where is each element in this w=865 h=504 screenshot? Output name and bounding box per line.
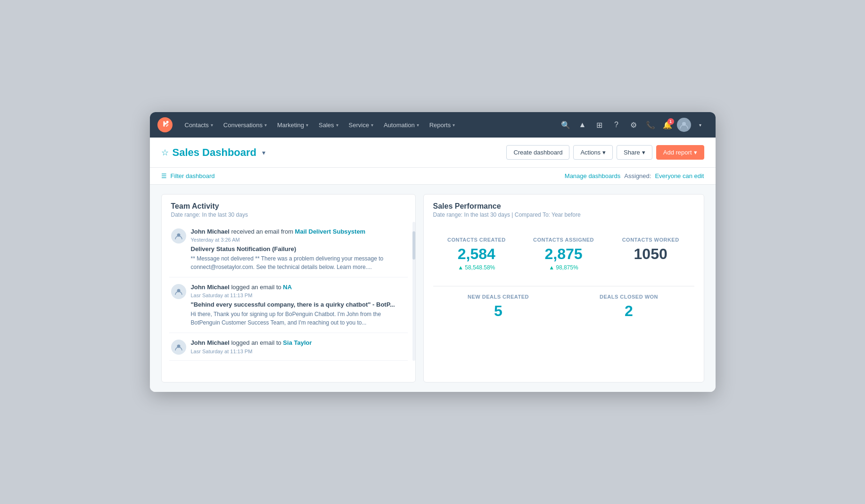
list-item: John Michael logged an email to NA Lasr … bbox=[169, 277, 408, 333]
hubspot-logo[interactable] bbox=[157, 117, 173, 132]
calls-button[interactable]: 📞 bbox=[643, 117, 658, 132]
metric-label: CONTACTS WORKED bbox=[613, 237, 689, 243]
browser-window: Contacts ▾ Conversations ▾ Marketing ▾ S… bbox=[150, 112, 716, 392]
nav-item-marketing[interactable]: Marketing ▾ bbox=[272, 119, 313, 131]
main-content: Team Activity Date range: In the last 30… bbox=[150, 185, 716, 392]
activity-user: John Michael bbox=[191, 339, 230, 346]
activity-time: Lasr Saturday at 11:13 PM bbox=[191, 293, 406, 298]
chevron-down-icon: ▾ bbox=[453, 122, 455, 128]
chevron-down-icon: ▾ bbox=[336, 122, 338, 128]
list-item: John Michael received an email from Mail… bbox=[169, 222, 408, 277]
team-activity-header: Team Activity Date range: In the last 30… bbox=[162, 195, 415, 222]
activity-from[interactable]: Mail Delivert Subsystem bbox=[295, 228, 366, 235]
metric-label: CONTACTS ASSIGNED bbox=[526, 237, 601, 243]
scrollbar-thumb[interactable] bbox=[412, 231, 415, 260]
nav-item-contacts[interactable]: Contacts ▾ bbox=[180, 119, 218, 131]
chevron-down-icon: ▾ bbox=[264, 122, 267, 128]
svg-point-1 bbox=[166, 121, 168, 123]
activity-list[interactable]: John Michael received an email from Mail… bbox=[162, 222, 415, 361]
metric-trend: ▲ 98,875% bbox=[526, 264, 601, 271]
add-report-button[interactable]: Add report ▾ bbox=[656, 145, 704, 160]
team-activity-title: Team Activity bbox=[171, 202, 406, 211]
team-activity-card: Team Activity Date range: In the last 30… bbox=[161, 194, 416, 382]
chevron-down-icon: ▾ bbox=[371, 122, 373, 128]
activity-body-text: Hi there, Thank you for signing up for B… bbox=[191, 310, 406, 327]
settings-button[interactable]: ⚙ bbox=[626, 117, 641, 132]
nav-item-automation[interactable]: Automation ▾ bbox=[379, 119, 424, 131]
metric-label: DEALS CLOSED WON bbox=[569, 294, 689, 300]
activity-body: John Michael logged an email to Sia Tayl… bbox=[191, 339, 406, 355]
dashboard-title: Sales Dashboard bbox=[173, 146, 257, 159]
metric-trend: ▲ 58,548.58% bbox=[439, 264, 515, 271]
sales-performance-date-range: Date range: In the last 30 days | Compar… bbox=[433, 211, 694, 218]
trend-up-icon: ▲ bbox=[458, 264, 463, 271]
metric-value: 2,875 bbox=[526, 246, 601, 261]
user-avatar[interactable] bbox=[677, 118, 691, 132]
nav-item-conversations[interactable]: Conversations ▾ bbox=[219, 119, 272, 131]
nav-items: Contacts ▾ Conversations ▾ Marketing ▾ S… bbox=[180, 119, 556, 131]
chevron-down-icon: ▾ bbox=[417, 122, 419, 128]
activity-to[interactable]: Sia Taylor bbox=[283, 339, 312, 346]
sales-performance-title: Sales Performance bbox=[433, 202, 694, 211]
activity-time: Yesterday at 3:26 AM bbox=[191, 237, 406, 243]
chevron-down-icon: ▾ bbox=[602, 149, 606, 156]
scrollbar-track[interactable] bbox=[412, 222, 415, 361]
assigned-label: Assigned: bbox=[624, 172, 651, 179]
activity-user: John Michael bbox=[191, 284, 230, 291]
metric-deals-closed-won: DEALS CLOSED WON 2 bbox=[564, 286, 694, 326]
notification-count: 1 bbox=[667, 118, 674, 125]
dashboard-header: ☆ Sales Dashboard ▾ Create dashboard Act… bbox=[150, 138, 716, 168]
share-button[interactable]: Share ▾ bbox=[617, 145, 652, 160]
nav-item-reports[interactable]: Reports ▾ bbox=[425, 119, 460, 131]
team-activity-date-range: Date range: In the last 30 days bbox=[171, 211, 406, 218]
performance-metrics-bottom: NEW DEALS CREATED 5 DEALS CLOSED WON 2 bbox=[424, 286, 704, 333]
metric-label: CONTACTS CREATED bbox=[439, 237, 515, 243]
marketplace-button[interactable]: ⊞ bbox=[592, 117, 607, 132]
metric-value: 5 bbox=[439, 303, 558, 318]
filter-bar: ☰ Filter dashboard Manage dashboards Ass… bbox=[150, 168, 716, 185]
activity-subject: "Behind every successful company, there … bbox=[191, 301, 406, 308]
metric-contacts-created: CONTACTS CREATED 2,584 ▲ 58,548.58% bbox=[433, 229, 520, 278]
create-dashboard-button[interactable]: Create dashboard bbox=[506, 145, 569, 160]
sales-performance-header: Sales Performance Date range: In the las… bbox=[424, 195, 704, 222]
metric-new-deals-created: NEW DEALS CREATED 5 bbox=[433, 286, 564, 326]
chevron-down-icon: ▾ bbox=[642, 149, 645, 156]
dashboard-dropdown-button[interactable]: ▾ bbox=[262, 149, 265, 156]
metric-value: 2 bbox=[569, 303, 689, 318]
search-button[interactable]: 🔍 bbox=[558, 117, 573, 132]
metric-contacts-assigned: CONTACTS ASSIGNED 2,875 ▲ 98,875% bbox=[520, 229, 607, 278]
nav-item-service[interactable]: Service ▾ bbox=[344, 119, 378, 131]
metric-value: 2,584 bbox=[439, 246, 515, 261]
upgrade-button[interactable]: ▲ bbox=[575, 117, 590, 132]
manage-dashboards-link[interactable]: Manage dashboards bbox=[565, 172, 621, 179]
nav-item-sales[interactable]: Sales ▾ bbox=[314, 119, 343, 131]
dashboard-action-buttons: Create dashboard Actions ▾ Share ▾ Add r… bbox=[506, 145, 704, 160]
trend-up-icon: ▲ bbox=[549, 264, 554, 271]
avatar bbox=[171, 284, 186, 299]
help-button[interactable]: ? bbox=[609, 117, 624, 132]
dashboard-title-area: ☆ Sales Dashboard ▾ bbox=[161, 146, 266, 159]
activity-body-text: ** Message not delivered ** There was a … bbox=[191, 254, 406, 271]
sales-performance-card: Sales Performance Date range: In the las… bbox=[423, 194, 704, 382]
avatar bbox=[171, 228, 186, 244]
metric-contacts-worked: CONTACTS WORKED 1050 bbox=[607, 229, 694, 278]
activity-to[interactable]: NA bbox=[283, 284, 292, 291]
activity-body: John Michael received an email from Mail… bbox=[191, 228, 406, 271]
activity-subject: Delivery Status Notification (Failure) bbox=[191, 245, 406, 252]
filter-right-area: Manage dashboards Assigned: Everyone can… bbox=[565, 172, 704, 179]
favorite-star-icon[interactable]: ☆ bbox=[161, 147, 169, 158]
chevron-down-icon: ▾ bbox=[211, 122, 213, 128]
account-chevron[interactable]: ▾ bbox=[693, 117, 708, 132]
chevron-down-icon: ▾ bbox=[306, 122, 308, 128]
top-nav: Contacts ▾ Conversations ▾ Marketing ▾ S… bbox=[150, 112, 716, 138]
filter-dashboard-button[interactable]: ☰ Filter dashboard bbox=[161, 172, 215, 179]
actions-button[interactable]: Actions ▾ bbox=[573, 145, 613, 160]
activity-body: John Michael logged an email to NA Lasr … bbox=[191, 283, 406, 327]
list-item: John Michael logged an email to Sia Tayl… bbox=[169, 333, 408, 361]
activity-time: Lasr Saturday at 11:13 PM bbox=[191, 349, 406, 354]
everyone-edit-link[interactable]: Everyone can edit bbox=[655, 172, 704, 179]
avatar bbox=[171, 340, 186, 355]
svg-point-0 bbox=[157, 117, 173, 132]
notifications-button[interactable]: 🔔 1 bbox=[660, 117, 675, 132]
metric-value: 1050 bbox=[613, 246, 689, 261]
